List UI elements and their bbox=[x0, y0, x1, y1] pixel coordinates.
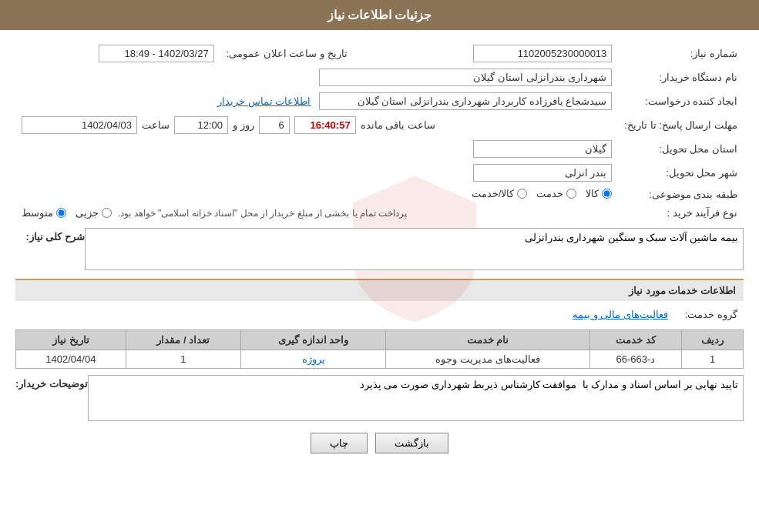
mohlat-values: 1402/04/03 ساعت 12:00 روز و 6 16:40:57 س… bbox=[15, 113, 618, 137]
row-ijad: ایجاد کننده درخواست: سیدشجاع یافرزاده کا… bbox=[15, 89, 744, 113]
ijad-label: ایجاد کننده درخواست: bbox=[618, 89, 744, 113]
mohlat-row: 1402/04/03 ساعت 12:00 روز و 6 16:40:57 س… bbox=[22, 116, 612, 134]
ostan-field: گیلان bbox=[473, 140, 612, 158]
chap-button[interactable]: چاپ bbox=[311, 433, 368, 453]
radio-khedmat-input[interactable] bbox=[566, 189, 576, 199]
grohe-label: گروه خدمت: bbox=[674, 306, 744, 323]
page-wrapper: جزئیات اطلاعات نیاز شماره نیاز: 11020052… bbox=[0, 0, 759, 532]
tabaqe-label: طبقه بندی موضوعی: bbox=[618, 185, 744, 204]
sharh-textarea[interactable] bbox=[85, 228, 744, 270]
tabaqe-radio-group: کالا/خدمت خدمت کالا bbox=[472, 188, 613, 199]
shomara-niaz-value: 1102005230000013 bbox=[377, 42, 619, 65]
shahr-value: بندر انزلی bbox=[15, 161, 618, 185]
jozi-label: جزیی bbox=[76, 207, 99, 219]
etelaat-tamas-link[interactable]: اطلاعات تماس خریدار bbox=[217, 95, 311, 107]
table-row: 1 د-663-66 فعالیت‌های مدیریت وجوه پروژه … bbox=[16, 350, 744, 369]
row-grohe: گروه خدمت: فعالیت‌های مالی و بیمه bbox=[15, 306, 744, 323]
col-tedaad: تعداد / مقدار bbox=[126, 330, 240, 350]
row-farayand: نوع فرآیند خرید : متوسط جزیی bbox=[15, 204, 744, 222]
services-tbody: 1 د-663-66 فعالیت‌های مدیریت وجوه پروژه … bbox=[16, 350, 744, 369]
sharh-section: شرح کلی نیاز: AnaТender bbox=[15, 228, 744, 273]
ostan-value: گیلان bbox=[15, 137, 618, 161]
radio-motevaset: متوسط bbox=[22, 207, 66, 219]
cell-nam: فعالیت‌های مدیریت وجوه bbox=[386, 350, 590, 369]
mohlat-roz-field: 6 bbox=[259, 116, 290, 134]
radio-kala-input[interactable] bbox=[602, 189, 612, 199]
content-area: شماره نیاز: 1102005230000013 تاریخ و ساع… bbox=[0, 30, 759, 474]
col-tarikh: تاریخ نیاز bbox=[16, 330, 126, 350]
cell-tedaad: 1 bbox=[126, 350, 240, 369]
motevaset-label: متوسط bbox=[22, 207, 53, 219]
col-nam: نام خدمت bbox=[386, 330, 590, 350]
info-table: شماره نیاز: 1102005230000013 تاریخ و ساع… bbox=[15, 42, 744, 222]
sharh-label: شرح کلی نیاز: bbox=[25, 231, 85, 243]
farayand-options: متوسط جزیی پرداخت تمام یا بخشی از مبلغ خ… bbox=[15, 204, 618, 222]
radio-jozi-input[interactable] bbox=[102, 208, 112, 218]
sharh-label-cell: شرح کلی نیاز: bbox=[15, 228, 85, 243]
page-header: جزئیات اطلاعات نیاز bbox=[0, 0, 759, 30]
radio-khedmat: خدمت bbox=[536, 188, 576, 199]
services-header-row: ردیف کد خدمت نام خدمت واحد اندازه گیری ت… bbox=[16, 330, 744, 350]
col-vahed: واحد اندازه گیری bbox=[240, 330, 385, 350]
farayand-row: متوسط جزیی پرداخت تمام یا بخشی از مبلغ خ… bbox=[22, 207, 612, 219]
shahr-field: بندر انزلی bbox=[473, 164, 612, 182]
cell-tarikh: 1402/04/04 bbox=[16, 350, 126, 369]
cell-vahed: پروژه bbox=[240, 350, 385, 369]
row-tabaqe: طبقه بندی موضوعی: کالا/خدمت خدمت کالا bbox=[15, 185, 744, 204]
ijad-value: سیدشجاع یافرزاده کاربردار شهرداری بندران… bbox=[15, 89, 618, 113]
radio-kala-khedmat-input[interactable] bbox=[517, 189, 527, 199]
page-title: جزئیات اطلاعات نیاز bbox=[327, 8, 432, 22]
mohlat-remaining-label: ساعت باقی مانده bbox=[361, 119, 435, 131]
row-mohlat: مهلت ارسال پاسخ: تا تاریخ: 1402/04/03 سا… bbox=[15, 113, 744, 137]
ostan-label: استان محل تحویل: bbox=[618, 137, 744, 161]
tosif-label-cell: توضیحات خریدار: bbox=[15, 375, 88, 390]
row-shomara: شماره نیاز: 1102005230000013 تاریخ و ساع… bbox=[15, 42, 744, 65]
radio-jozi: جزیی bbox=[76, 207, 112, 219]
row-shahr: شهر محل تحویل: بندر انزلی bbox=[15, 161, 744, 185]
tosif-content bbox=[88, 375, 744, 423]
mohlat-saat-field: 12:00 bbox=[174, 116, 228, 134]
tosif-label: توضیحات خریدار: bbox=[15, 378, 88, 390]
mohlat-date-field: 1402/04/03 bbox=[22, 116, 137, 134]
services-thead: ردیف کد خدمت نام خدمت واحد اندازه گیری ت… bbox=[16, 330, 744, 350]
kala-label: کالا bbox=[586, 188, 599, 199]
cell-kod: د-663-66 bbox=[589, 350, 681, 369]
row-dastgah: نام دستگاه خریدار: شهرداری بندرانزلی است… bbox=[15, 65, 744, 89]
grohe-value: فعالیت‌های مالی و بیمه bbox=[15, 306, 674, 323]
radio-kala: کالا bbox=[586, 188, 612, 199]
tarikh-value: 1402/03/27 - 18:49 bbox=[15, 42, 220, 65]
farayand-label: نوع فرآیند خرید : bbox=[618, 204, 744, 222]
shahr-label: شهر محل تحویل: bbox=[618, 161, 744, 185]
services-table: ردیف کد خدمت نام خدمت واحد اندازه گیری ت… bbox=[15, 330, 744, 369]
grohe-khedmat-field[interactable]: فعالیت‌های مالی و بیمه bbox=[573, 309, 668, 320]
khadamat-section-title: اطلاعات خدمات مورد نیاز bbox=[15, 279, 744, 301]
row-ostan: استان محل تحویل: گیلان bbox=[15, 137, 744, 161]
tabaqe-options: کالا/خدمت خدمت کالا bbox=[15, 185, 618, 204]
khedmat-label: خدمت bbox=[536, 188, 563, 199]
grohe-table: گروه خدمت: فعالیت‌های مالی و بیمه bbox=[15, 306, 744, 323]
cell-radif: 1 bbox=[682, 350, 744, 369]
col-radif: ردیف bbox=[682, 330, 744, 350]
farayand-note: پرداخت تمام یا بخشی از مبلغ خریدار از مح… bbox=[118, 208, 407, 219]
mohlat-roz-label: روز و bbox=[233, 119, 254, 131]
shomara-niaz-label: شماره نیاز: bbox=[618, 42, 744, 65]
nam-dastgah-label: نام دستگاه خریدار: bbox=[618, 65, 744, 89]
radio-kala-khedmat: کالا/خدمت bbox=[472, 188, 528, 199]
bazgasht-button[interactable]: بازگشت bbox=[375, 433, 448, 453]
sharh-content: AnaТender bbox=[85, 228, 744, 273]
mohlat-label: مهلت ارسال پاسخ: تا تاریخ: bbox=[618, 113, 744, 137]
nam-dastgah-field: شهرداری بندرانزلی استان گیلان bbox=[319, 69, 612, 86]
tarikh-field: 1402/03/27 - 18:49 bbox=[99, 45, 214, 62]
tosif-textarea[interactable] bbox=[88, 375, 744, 421]
ijad-field: سیدشجاع یافرزاده کاربردار شهرداری بندران… bbox=[319, 92, 612, 110]
radio-motevaset-input[interactable] bbox=[56, 208, 66, 218]
mohlat-countdown-field: 16:40:57 bbox=[294, 116, 356, 134]
tarikh-label: تاریخ و ساعت اعلان عمومی: bbox=[220, 42, 354, 65]
tosif-section: توضیحات خریدار: bbox=[15, 375, 744, 423]
nam-dastgah-value: شهرداری بندرانزلی استان گیلان bbox=[15, 65, 618, 89]
button-area: بازگشت چاپ bbox=[15, 433, 744, 453]
col-kod: کد خدمت bbox=[589, 330, 681, 350]
mohlat-saat-label: ساعت bbox=[142, 119, 170, 131]
kala-khedmat-label: کالا/خدمت bbox=[472, 188, 515, 199]
shomara-niaz-field: 1102005230000013 bbox=[473, 45, 612, 62]
